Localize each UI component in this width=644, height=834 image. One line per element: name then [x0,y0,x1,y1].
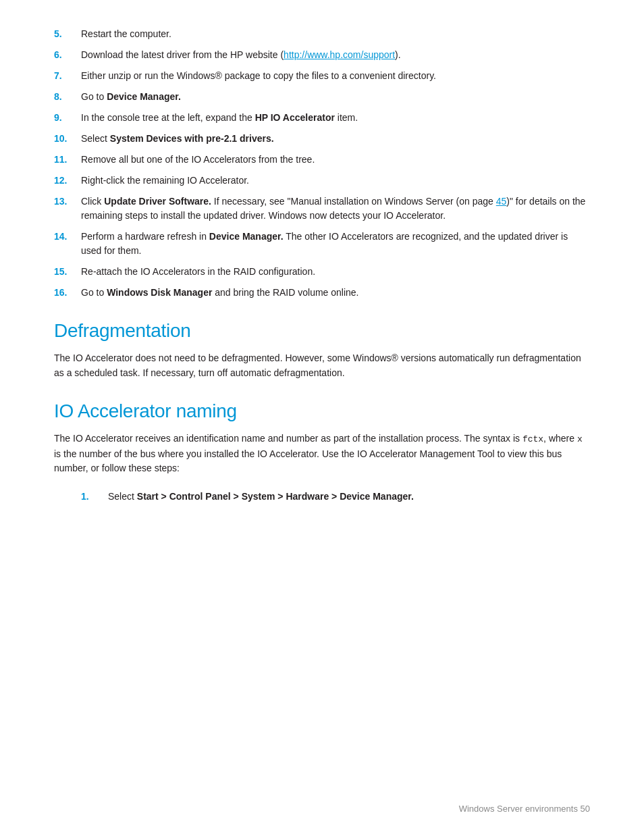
io-naming-sub-content-1: Select Start > Control Panel > System > … [108,490,590,504]
io-naming-sub-number-1: 1. [81,490,108,504]
text-plain-14: Perform a hardware refresh in [81,231,209,242]
text-bold-14: Device Manager. [209,231,284,242]
page: 5. Restart the computer. 6. Download the… [0,0,644,834]
io-naming-text-before: The IO Accelerator receives an identific… [54,433,522,444]
text-before-link-6: Download the latest driver from the HP w… [81,49,284,60]
list-number-14: 14. [54,230,81,244]
list-item-14: 14. Perform a hardware refresh in Device… [54,230,590,258]
list-item-9: 9. In the console tree at the left, expa… [54,111,590,125]
list-number-6: 6. [54,48,81,62]
list-content-9: In the console tree at the left, expand … [81,111,590,125]
list-number-11: 11. [54,153,81,167]
list-item-5: 5. Restart the computer. [54,27,590,41]
text-plain-16: Go to [81,287,107,298]
io-naming-text-middle: , where [543,433,577,444]
list-item-13: 13. Click Update Driver Software. If nec… [54,194,590,223]
io-naming-code-fctx: fctx [522,434,543,444]
io-naming-sub-item-1: 1. Select Start > Control Panel > System… [81,490,590,504]
io-naming-code-x: x [577,434,583,444]
list-item-12: 12. Right-click the remaining IO Acceler… [54,174,590,188]
list-content-16: Go to Windows Disk Manager and bring the… [81,286,590,300]
io-naming-sub-text-plain: Select [108,491,137,502]
list-number-13: 13. [54,194,81,209]
list-item-10: 10. Select System Devices with pre-2.1 d… [54,132,590,146]
list-number-7: 7. [54,69,81,83]
list-item-7: 7. Either unzip or run the Windows® pack… [54,69,590,83]
list-item-16: 16. Go to Windows Disk Manager and bring… [54,286,590,300]
list-content-6: Download the latest driver from the HP w… [81,48,590,62]
list-content-14: Perform a hardware refresh in Device Man… [81,230,590,258]
list-number-5: 5. [54,27,81,41]
list-content-11: Remove all but one of the IO Accelerator… [81,153,590,167]
io-naming-sub-list: 1. Select Start > Control Panel > System… [81,490,590,504]
list-item-15: 15. Re-attach the IO Accelerators in the… [54,265,590,279]
text-bold-16: Windows Disk Manager [107,287,212,298]
text-bold-13: Update Driver Software. [104,196,211,207]
io-naming-sub-text-bold: Start > Control Panel > System > Hardwar… [137,491,414,502]
list-number-9: 9. [54,111,81,125]
list-content-5: Restart the computer. [81,27,590,41]
list-content-13: Click Update Driver Software. If necessa… [81,194,590,223]
defragmentation-body: The IO Accelerator does not need to be d… [54,351,590,380]
list-content-15: Re-attach the IO Accelerators in the RAI… [81,265,590,279]
list-item-11: 11. Remove all but one of the IO Acceler… [54,153,590,167]
text-bold-8: Device Manager. [107,91,181,102]
text-plain-9: In the console tree at the left, expand … [81,112,255,123]
list-number-15: 15. [54,265,81,279]
text-bold-9: HP IO Accelerator [255,112,335,123]
text-plain-8: Go to [81,91,107,102]
list-content-12: Right-click the remaining IO Accelerator… [81,174,590,188]
io-naming-body: The IO Accelerator receives an identific… [54,432,590,476]
text-plain-10: Select [81,133,110,144]
list-content-7: Either unzip or run the Windows® package… [81,69,590,83]
text-after-9: item. [335,112,358,123]
list-item-8: 8. Go to Device Manager. [54,90,590,104]
text-bold-10: System Devices with pre-2.1 drivers. [110,133,274,144]
text-plain-13: Click [81,196,104,207]
list-number-12: 12. [54,174,81,188]
io-naming-heading: IO Accelerator naming [54,400,590,422]
io-naming-text-after: is the number of the bus where you insta… [54,448,562,474]
list-number-10: 10. [54,132,81,146]
list-content-8: Go to Device Manager. [81,90,590,104]
text-after-link-6: ). [395,49,401,60]
list-number-16: 16. [54,286,81,300]
numbered-list-main: 5. Restart the computer. 6. Download the… [54,27,590,300]
list-item-6: 6. Download the latest driver from the H… [54,48,590,62]
hp-support-link[interactable]: http://www.hp.com/support [284,49,395,60]
list-content-10: Select System Devices with pre-2.1 drive… [81,132,590,146]
text-after-16: and bring the RAID volume online. [212,287,358,298]
defragmentation-heading: Defragmentation [54,320,590,342]
page-footer: Windows Server environments 50 [459,804,590,814]
list-number-8: 8. [54,90,81,104]
page-45-link[interactable]: 45 [496,196,507,207]
